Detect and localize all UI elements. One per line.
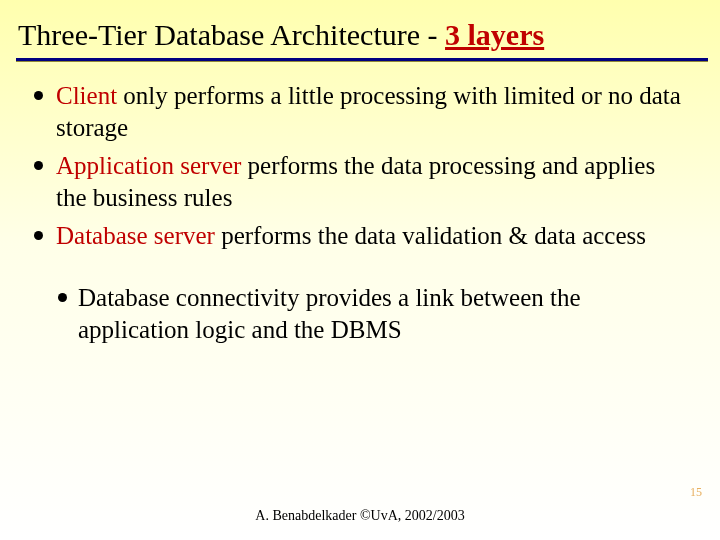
footer-text: A. Benabdelkader ©UvA, 2002/2003 <box>0 508 720 524</box>
keyword: Application server <box>56 152 241 179</box>
bullet-text: performs the data validation & data acce… <box>215 222 646 249</box>
bullet-list: Client only performs a little processing… <box>30 80 690 252</box>
list-item: Client only performs a little processing… <box>30 80 690 144</box>
bullet-text: only performs a little processing with l… <box>56 82 681 141</box>
page-number: 15 <box>690 485 702 500</box>
sub-bullet-list: Database connectivity provides a link be… <box>30 282 690 346</box>
list-item: Database server performs the data valida… <box>30 220 690 252</box>
sub-bullet-text: Database connectivity provides a link be… <box>78 284 581 343</box>
title-prefix: Three-Tier Database Architecture - <box>18 18 445 51</box>
title-emphasis: 3 layers <box>445 18 544 51</box>
keyword: Client <box>56 82 117 109</box>
slide-body: Client only performs a little processing… <box>0 62 720 346</box>
list-item: Application server performs the data pro… <box>30 150 690 214</box>
slide-title: Three-Tier Database Architecture - 3 lay… <box>0 0 720 58</box>
keyword: Database server <box>56 222 215 249</box>
slide: Three-Tier Database Architecture - 3 lay… <box>0 0 720 540</box>
list-item: Database connectivity provides a link be… <box>54 282 690 346</box>
